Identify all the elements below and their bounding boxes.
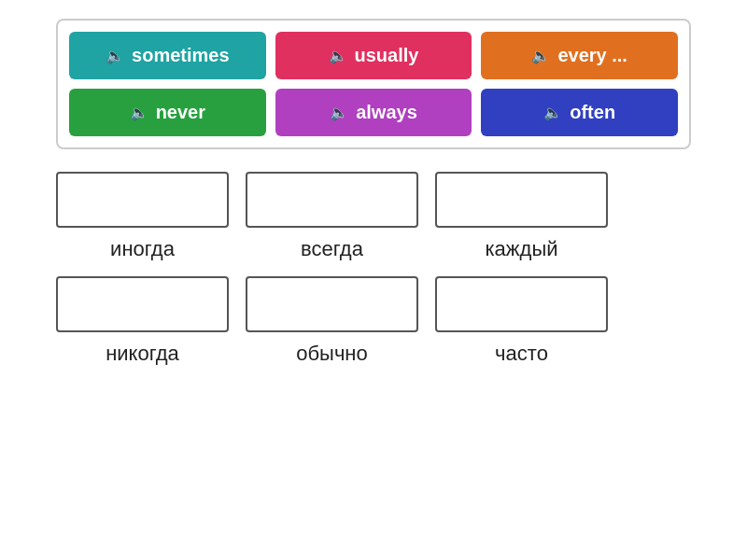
- word-card-sometimes[interactable]: 🔈sometimes: [69, 32, 266, 79]
- word-label-never: never: [156, 102, 205, 123]
- word-label-always: always: [356, 102, 417, 123]
- drop-label-drop-often: часто: [435, 340, 608, 366]
- drop-row-row2: никогдаобычночасто: [56, 276, 691, 366]
- drop-box-drop-sometimes[interactable]: [56, 172, 229, 228]
- drop-box-drop-always[interactable]: [246, 172, 418, 228]
- drop-boxes-container: [56, 276, 691, 332]
- word-bank: 🔈sometimes🔈usually🔈every ...🔈never🔈alway…: [56, 19, 691, 149]
- word-card-usually[interactable]: 🔈usually: [275, 32, 472, 79]
- drop-box-drop-never[interactable]: [56, 276, 229, 332]
- drop-label-drop-always: всегда: [246, 235, 418, 261]
- drop-labels-container: никогдаобычночасто: [56, 340, 691, 366]
- speaker-icon: 🔈: [531, 47, 550, 64]
- word-label-usually: usually: [355, 45, 419, 66]
- drop-boxes-container: [56, 172, 691, 228]
- drop-box-drop-usually[interactable]: [246, 276, 418, 332]
- drop-label-drop-never: никогда: [56, 340, 229, 366]
- word-label-sometimes: sometimes: [132, 45, 230, 66]
- drop-section: иногдавсегдакаждыйникогдаобычночасто: [56, 172, 691, 381]
- drop-box-drop-every[interactable]: [435, 172, 608, 228]
- speaker-icon: 🔈: [543, 104, 562, 121]
- drop-label-drop-every: каждый: [435, 235, 608, 261]
- word-card-never[interactable]: 🔈never: [69, 89, 266, 136]
- drop-labels-container: иногдавсегдакаждый: [56, 235, 691, 261]
- word-label-every: every ...: [557, 45, 627, 66]
- drop-label-drop-sometimes: иногда: [56, 235, 229, 261]
- word-card-often[interactable]: 🔈often: [481, 89, 678, 136]
- word-card-every[interactable]: 🔈every ...: [481, 32, 678, 79]
- drop-row-row1: иногдавсегдакаждый: [56, 172, 691, 261]
- speaker-icon: 🔈: [130, 104, 148, 121]
- word-label-often: often: [570, 102, 615, 123]
- speaker-icon: 🔈: [330, 104, 348, 121]
- word-card-always[interactable]: 🔈always: [275, 89, 472, 136]
- speaker-icon: 🔈: [106, 47, 124, 64]
- drop-box-drop-often[interactable]: [435, 276, 608, 332]
- drop-label-drop-usually: обычно: [246, 340, 418, 366]
- speaker-icon: 🔈: [329, 47, 347, 64]
